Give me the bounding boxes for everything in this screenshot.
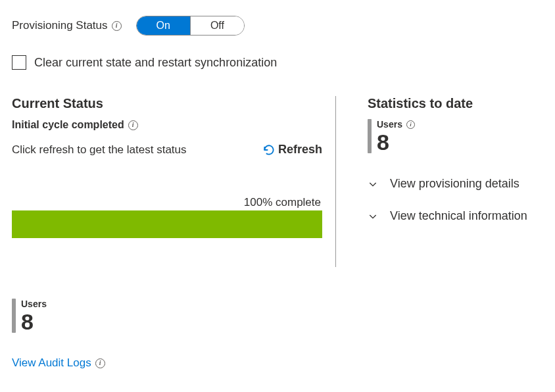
progress-bar — [12, 210, 322, 238]
stat-users-count: 8 — [377, 131, 415, 153]
refresh-icon — [262, 143, 276, 157]
chevron-down-icon — [368, 211, 378, 222]
stat-accent-bar — [368, 119, 372, 153]
info-icon[interactable]: i — [128, 120, 138, 130]
stat-users-label: Users — [377, 119, 402, 130]
toggle-off[interactable]: Off — [191, 16, 244, 35]
stat-users-count-bottom: 8 — [21, 310, 47, 333]
expand-label: View provisioning details — [390, 177, 519, 191]
stat-block-users: Users i 8 — [368, 119, 527, 153]
provisioning-status-label: Provisioning Status — [12, 19, 108, 32]
refresh-label: Refresh — [278, 143, 322, 157]
clear-state-checkbox-row[interactable]: Clear current state and restart synchron… — [12, 55, 543, 70]
stat-users-label-bottom: Users — [21, 299, 47, 309]
toggle-on[interactable]: On — [137, 16, 191, 35]
info-icon[interactable]: i — [112, 21, 122, 31]
initial-cycle-label: Initial cycle completed — [12, 119, 124, 131]
checkbox-label: Clear current state and restart synchron… — [34, 56, 277, 70]
refresh-button[interactable]: Refresh — [262, 143, 322, 157]
info-icon[interactable]: i — [95, 358, 105, 368]
statistics-title: Statistics to date — [368, 96, 527, 111]
info-icon[interactable]: i — [406, 120, 415, 129]
chevron-down-icon — [368, 179, 378, 189]
view-provisioning-details[interactable]: View provisioning details — [368, 177, 527, 191]
current-status-title: Current Status — [12, 96, 322, 111]
view-technical-information[interactable]: View technical information — [368, 209, 527, 223]
status-help-text: Click refresh to get the latest status — [12, 143, 187, 157]
provisioning-toggle[interactable]: On Off — [136, 16, 245, 36]
stat-accent-bar — [12, 299, 16, 333]
complete-text: 100% complete — [12, 196, 322, 209]
view-audit-logs-link[interactable]: View Audit Logs — [12, 356, 91, 370]
expand-label: View technical information — [390, 209, 527, 223]
checkbox-icon[interactable] — [12, 55, 26, 70]
stat-block-users-bottom: Users 8 — [12, 299, 543, 333]
